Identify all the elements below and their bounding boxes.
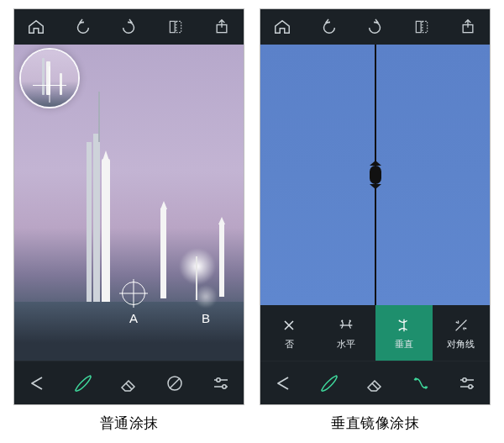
right-caption: 垂直镜像涂抹	[331, 414, 419, 433]
cursor-marker-a[interactable]	[122, 282, 145, 305]
sliders-icon[interactable]	[204, 367, 238, 400]
sliders-icon[interactable]	[450, 367, 484, 400]
phone-screen-left: A B	[13, 8, 244, 405]
eraser-icon[interactable]	[358, 367, 391, 400]
mirror-crossed-icon[interactable]	[158, 367, 192, 400]
bottom-toolbar	[260, 361, 490, 404]
compare-icon[interactable]	[410, 15, 433, 39]
mirror-option-label: 垂直	[395, 338, 413, 351]
mirror-option-none[interactable]: 否	[260, 305, 318, 361]
right-pane: 否 水平 垂直 对角线 垂直镜像涂抹	[260, 8, 491, 433]
brush-icon[interactable]	[66, 367, 100, 400]
redo-icon[interactable]	[118, 15, 141, 39]
mirror-icon[interactable]	[404, 367, 438, 400]
mirror-option-vertical[interactable]: 垂直	[375, 305, 433, 361]
back-arrow-icon[interactable]	[20, 367, 54, 400]
topbar	[14, 9, 244, 45]
share-icon[interactable]	[210, 15, 234, 39]
brush-icon[interactable]	[312, 367, 346, 400]
topbar	[260, 9, 490, 45]
mirror-option-label: 否	[285, 338, 294, 351]
home-icon[interactable]	[270, 15, 294, 39]
undo-icon[interactable]	[317, 15, 340, 39]
mirror-mode-row: 否 水平 垂直 对角线	[260, 305, 490, 361]
home-icon[interactable]	[24, 15, 48, 39]
redo-icon[interactable]	[364, 15, 387, 39]
mirror-option-label: 对角线	[447, 338, 475, 351]
bottom-toolbar	[14, 361, 244, 404]
image-canvas[interactable]: A B	[14, 45, 244, 361]
undo-icon[interactable]	[71, 15, 94, 39]
back-arrow-icon[interactable]	[266, 367, 300, 400]
label-b: B	[202, 311, 210, 325]
left-pane: A B 普通涂抹	[13, 8, 244, 433]
vertical-mirror-icon	[395, 316, 413, 335]
magnifier-loupe	[19, 48, 80, 108]
x-icon	[280, 316, 298, 335]
diagonal-mirror-icon	[452, 316, 470, 335]
image-canvas[interactable]	[260, 45, 490, 305]
mirror-axis-handle[interactable]	[370, 166, 381, 184]
phone-screen-right: 否 水平 垂直 对角线	[260, 8, 491, 405]
mirror-option-horizontal[interactable]: 水平	[318, 305, 375, 361]
label-a: A	[129, 311, 138, 325]
left-caption: 普通涂抹	[100, 414, 159, 433]
eraser-icon[interactable]	[112, 367, 145, 400]
mirror-option-diagonal[interactable]: 对角线	[433, 305, 490, 361]
compare-icon[interactable]	[164, 15, 187, 39]
cursor-marker-b[interactable]	[194, 285, 218, 309]
horizontal-mirror-icon	[337, 316, 355, 335]
share-icon[interactable]	[456, 15, 480, 39]
mirror-option-label: 水平	[337, 338, 355, 351]
